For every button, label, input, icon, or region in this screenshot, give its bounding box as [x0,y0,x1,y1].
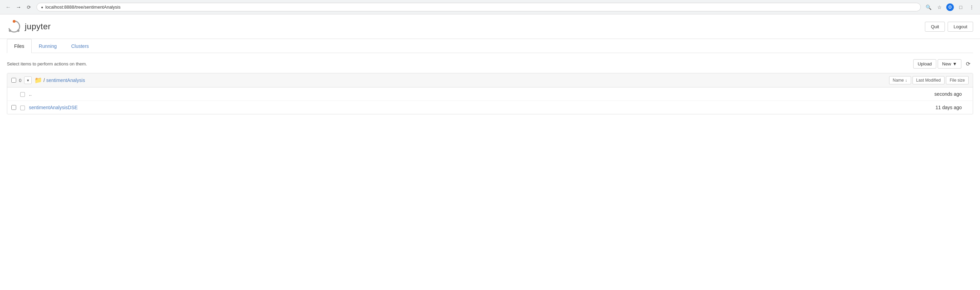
actions-dropdown[interactable]: ▼ [24,76,32,84]
restore-button[interactable]: □ [956,3,965,11]
upload-button[interactable]: Upload [913,59,936,69]
svg-point-0 [13,20,16,23]
breadcrumb-folder-link[interactable]: sentimentAnalysis [46,78,85,83]
browser-refresh-button[interactable]: ⟳ [25,3,33,11]
toolbar-right: Upload New ▼ ⟳ [913,59,973,69]
jupyter-logo: jupyter [7,19,51,34]
tab-running[interactable]: Running [32,39,64,53]
svg-point-1 [9,30,11,32]
browser-actions: 🔍 ☆ O □ ⋮ [924,3,976,11]
sort-modified-button[interactable]: Last Modified [913,76,945,84]
zoom-button[interactable]: 🔍 [924,3,932,11]
jupyter-logo-text: jupyter [25,22,51,31]
url-input[interactable] [45,5,916,10]
file-row-parent: ▢ .. seconds ago [7,88,973,101]
svg-point-2 [17,30,20,32]
breadcrumb: 📁 / sentimentAnalysis [35,76,85,84]
forward-button[interactable]: → [14,3,23,11]
browser-chrome: ← → ⟳ ● 🔍 ☆ O □ ⋮ [0,0,980,14]
logout-button[interactable]: Logout [948,22,973,32]
file-row-left-dse: ▢ sentimentAnalysisDSE [11,104,900,111]
sort-name-button[interactable]: Name ↓ [889,76,911,84]
tabs-bar: Files Running Clusters [7,39,973,53]
parent-folder-icon: ▢ [20,90,25,98]
address-bar[interactable]: ● [37,3,921,11]
new-button-label: New [942,61,951,67]
selected-count: 0 [18,78,23,83]
toolbar-help-text: Select items to perform actions on them. [7,61,87,67]
bookmark-button[interactable]: ☆ [935,3,943,11]
folder-icon: 📁 [35,76,42,84]
back-button[interactable]: ← [4,3,13,11]
user-avatar[interactable]: O [946,3,954,11]
file-browser-header-left: 0 ▼ 📁 / sentimentAnalysis [11,76,889,84]
tab-files[interactable]: Files [7,39,32,53]
select-all-wrap[interactable]: 0 ▼ [11,76,32,84]
dse-modified: 11 days ago [900,105,969,110]
file-row-dse: ▢ sentimentAnalysisDSE 11 days ago [7,101,973,114]
lock-icon: ● [41,5,43,9]
refresh-files-button[interactable]: ⟳ [963,59,973,69]
sort-label: Name [893,78,904,83]
select-all-checkbox[interactable] [11,78,16,83]
file-browser-header-right: Name ↓ Last Modified File size [889,76,969,84]
new-dropdown-arrow: ▼ [953,61,957,67]
menu-button[interactable]: ⋮ [967,3,976,11]
new-button[interactable]: New ▼ [938,59,961,69]
sort-size-button[interactable]: File size [946,76,969,84]
nav-buttons: ← → ⟳ [4,3,33,11]
dse-checkbox[interactable] [11,105,16,110]
main-content: Files Running Clusters Select items to p… [0,39,980,114]
parent-dir-name[interactable]: .. [29,91,32,97]
breadcrumb-sep: / [43,78,45,83]
quit-button[interactable]: Quit [925,22,945,32]
sort-icon: ↓ [905,78,907,83]
jupyter-logo-icon [7,19,21,34]
toolbar: Select items to perform actions on them.… [7,59,973,69]
header-buttons: Quit Logout [925,22,973,32]
file-browser-header: 0 ▼ 📁 / sentimentAnalysis Name ↓ Last Mo… [7,73,973,88]
dse-folder-link[interactable]: sentimentAnalysisDSE [29,105,78,110]
dse-folder-icon: ▢ [20,104,25,111]
jupyter-header: jupyter Quit Logout [0,14,980,39]
file-row-left-parent: ▢ .. [11,90,900,98]
parent-dir-modified: seconds ago [900,91,969,97]
tab-clusters[interactable]: Clusters [64,39,96,53]
file-browser: 0 ▼ 📁 / sentimentAnalysis Name ↓ Last Mo… [7,73,973,114]
